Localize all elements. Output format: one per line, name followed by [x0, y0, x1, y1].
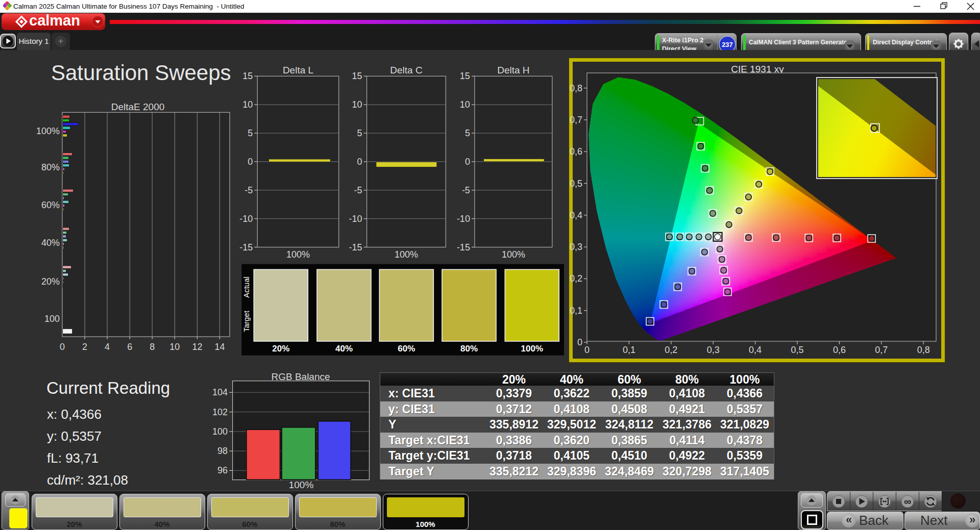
svg-text:102: 102: [212, 407, 228, 417]
svg-text:∞: ∞: [904, 496, 911, 507]
svg-text:RGB Balance: RGB Balance: [271, 371, 330, 382]
svg-text:100: 100: [212, 426, 228, 437]
svg-text:96: 96: [217, 465, 228, 475]
svg-text:98: 98: [217, 446, 228, 456]
svg-text:100%: 100%: [289, 479, 314, 490]
svg-text:104: 104: [212, 387, 228, 397]
